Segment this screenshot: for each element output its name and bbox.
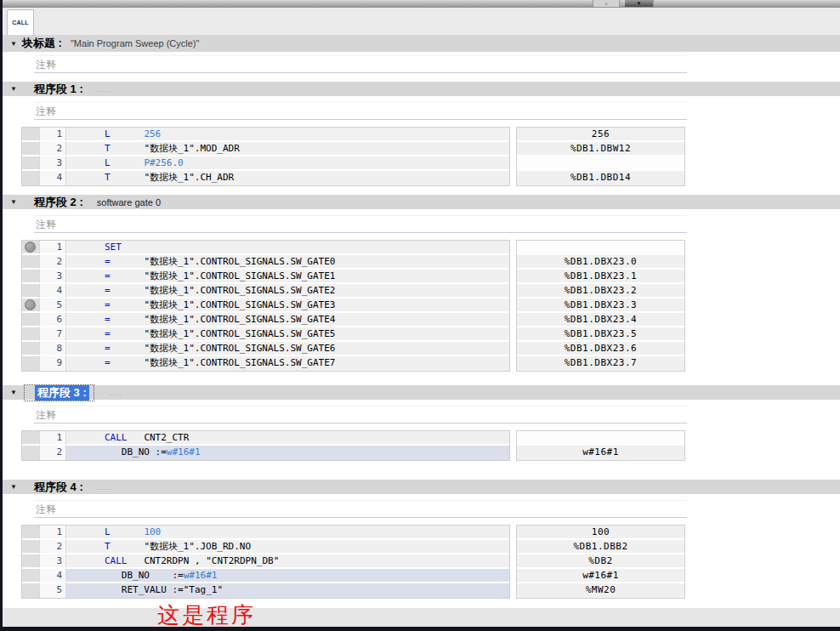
address-cell: %DB1.DBX23.7 <box>517 356 684 371</box>
code-cell[interactable]: DB_NO :=w#16#1 <box>66 446 509 460</box>
network-label[interactable]: 程序段 4 : <box>34 480 83 495</box>
code-line[interactable]: 2 DB_NO :=w#16#1 <box>22 446 509 460</box>
code-token: "数据块_1".MOD_ADR <box>144 143 239 154</box>
code-token <box>128 432 145 443</box>
code-cell[interactable]: RET_VALU :="Tag_1" <box>66 583 509 598</box>
code-cell[interactable]: = "数据块_1".CONTROL_SIGNALS.SW_GATE7 <box>66 356 509 371</box>
code-token <box>111 143 145 154</box>
network-title[interactable]: ..... <box>97 483 112 492</box>
status-dot-icon <box>25 299 36 310</box>
address-cell: w#16#1 <box>517 569 684 583</box>
code-cell[interactable]: = "数据块_1".CONTROL_SIGNALS.SW_GATE0 <box>66 255 509 268</box>
network-label-box[interactable]: 程序段 2 : <box>34 195 83 210</box>
code-cell[interactable]: = "数据块_1".CONTROL_SIGNALS.SW_GATE4 <box>66 313 509 326</box>
block-title-label: 块标题 : <box>22 36 62 51</box>
code-line[interactable]: 3CALL CNT2RDPN , "CNT2RDPN_DB" <box>22 554 509 569</box>
code-block: 1CALL CNT2_CTR2 DB_NO :=w#16#1 <box>21 430 510 461</box>
code-token: = <box>105 343 111 354</box>
network-comment-field[interactable]: 注释 <box>34 102 687 120</box>
network-comment-field[interactable]: 注释 <box>34 215 687 233</box>
code-token: = <box>105 299 111 310</box>
network-header[interactable]: ▼ 程序段 3 : ..... <box>3 385 840 400</box>
network-title[interactable]: ..... <box>97 85 112 94</box>
code-cell[interactable]: T "数据块_1".MOD_ADR <box>66 142 509 155</box>
code-line[interactable]: 4 DB_NO :=w#16#1 <box>22 569 509 583</box>
code-cell[interactable]: L P#256.0 <box>66 156 509 169</box>
network-label[interactable]: 程序段 2 : <box>34 195 83 210</box>
address-cell: %DB1.DBB2 <box>517 540 684 554</box>
code-cell[interactable]: L 256 <box>66 128 509 140</box>
collapse-triangle-icon[interactable]: ▼ <box>10 85 22 93</box>
address-cell <box>517 241 684 255</box>
code-token: CNT2_CTR <box>144 432 189 443</box>
code-line[interactable]: 1CALL CNT2_CTR <box>22 431 509 446</box>
code-line[interactable]: 2T "数据块_1".MOD_ADR <box>22 142 509 156</box>
collapse-triangle-icon[interactable]: ▼ <box>10 198 22 206</box>
code-token <box>111 541 145 552</box>
network-label[interactable]: 程序段 1 : <box>34 82 83 97</box>
code-token: "数据块_1".CONTROL_SIGNALS.SW_GATE6 <box>144 343 335 354</box>
scroll-up-button[interactable]: ▲ <box>593 0 620 7</box>
code-line[interactable]: 6= "数据块_1".CONTROL_SIGNALS.SW_GATE4 <box>22 313 509 327</box>
code-line[interactable]: 2= "数据块_1".CONTROL_SIGNALS.SW_GATE0 <box>22 255 509 270</box>
code-cell[interactable]: = "数据块_1".CONTROL_SIGNALS.SW_GATE1 <box>66 270 509 282</box>
code-cell[interactable]: CALL CNT2_CTR <box>66 431 509 444</box>
code-line[interactable]: 9= "数据块_1".CONTROL_SIGNALS.SW_GATE7 <box>22 356 509 371</box>
network-title[interactable]: ..... <box>108 389 123 397</box>
tab-call[interactable]: CALL <box>7 9 34 35</box>
code-cell[interactable]: = "数据块_1".CONTROL_SIGNALS.SW_GATE2 <box>66 284 509 297</box>
code-cell[interactable]: L 100 <box>66 526 509 538</box>
code-line[interactable]: 1SET <box>22 241 509 255</box>
collapse-triangle-icon[interactable]: ▼ <box>10 389 22 396</box>
line-gutter <box>22 313 39 326</box>
line-number: 4 <box>39 171 66 185</box>
code-cell[interactable]: SET <box>66 241 509 253</box>
line-number: 4 <box>39 284 66 297</box>
code-token: "数据块_1".CONTROL_SIGNALS.SW_GATE4 <box>144 314 335 325</box>
code-line[interactable]: 8= "数据块_1".CONTROL_SIGNALS.SW_GATE6 <box>22 342 509 356</box>
network-title[interactable]: software gate 0 <box>97 197 161 207</box>
code-line[interactable]: 7= "数据块_1".CONTROL_SIGNALS.SW_GATE5 <box>22 327 509 342</box>
code-line[interactable]: 3= "数据块_1".CONTROL_SIGNALS.SW_GATE1 <box>22 270 509 284</box>
code-line[interactable]: 3L P#256.0 <box>22 156 509 171</box>
code-cell[interactable]: T "数据块_1".JOB_RD.NO <box>66 540 509 553</box>
code-cell[interactable]: T "数据块_1".CH_ADR <box>66 171 509 185</box>
block-title-value[interactable]: "Main Program Sweep (Cycle)" <box>71 38 199 48</box>
code-line[interactable]: 4T "数据块_1".CH_ADR <box>22 171 509 185</box>
code-line[interactable]: 2T "数据块_1".JOB_RD.NO <box>22 540 509 554</box>
bottom-border <box>3 627 840 631</box>
collapse-triangle-icon[interactable]: ▼ <box>10 40 22 48</box>
code-cell[interactable]: = "数据块_1".CONTROL_SIGNALS.SW_GATE6 <box>66 342 509 355</box>
network-comment-field[interactable]: 注释 <box>34 406 687 424</box>
code-line[interactable]: 1L 100 <box>22 526 509 540</box>
network-header[interactable]: ▼ 程序段 4 : ..... <box>3 480 840 494</box>
block-comment-field[interactable]: 注释 <box>34 55 687 73</box>
network-header[interactable]: ▼ 程序段 2 : software gate 0 <box>3 195 840 209</box>
code-cell[interactable]: = "数据块_1".CONTROL_SIGNALS.SW_GATE3 <box>66 298 509 311</box>
code-token: "数据块_1".CONTROL_SIGNALS.SW_GATE7 <box>144 357 335 368</box>
code-cell[interactable]: DB_NO :=w#16#1 <box>66 569 509 582</box>
line-gutter <box>22 270 39 282</box>
collapse-triangle-icon[interactable]: ▼ <box>10 483 22 491</box>
address-column: w#16#1 <box>516 430 685 461</box>
network-label-box[interactable]: 程序段 3 : <box>24 384 94 401</box>
network-label-box[interactable]: 程序段 1 : <box>34 82 83 97</box>
code-token: T <box>105 143 111 154</box>
code-cell[interactable]: CALL CNT2RDPN , "CNT2RDPN_DB" <box>66 554 509 567</box>
code-line[interactable]: 1L 256 <box>22 128 509 142</box>
status-dot-icon <box>25 242 36 253</box>
line-gutter <box>22 569 39 582</box>
code-line[interactable]: 5= "数据块_1".CONTROL_SIGNALS.SW_GATE3 <box>22 298 509 313</box>
address-cell: %DB1.DBX23.0 <box>517 255 684 270</box>
address-column: %DB1.DBX23.0%DB1.DBX23.1%DB1.DBX23.2%DB1… <box>516 240 685 372</box>
network-label-box[interactable]: 程序段 4 : <box>34 480 83 495</box>
scroll-down-button[interactable]: ▼ <box>625 0 654 7</box>
code-line[interactable]: 4= "数据块_1".CONTROL_SIGNALS.SW_GATE2 <box>22 284 509 298</box>
network-header[interactable]: ▼ 程序段 1 : ..... <box>3 82 840 96</box>
network-label[interactable]: 程序段 3 : <box>35 385 89 401</box>
code-token: "数据块_1".CONTROL_SIGNALS.SW_GATE1 <box>144 270 335 281</box>
network-comment-field[interactable]: 注释 <box>34 500 687 518</box>
line-number: 2 <box>39 142 66 155</box>
code-line[interactable]: 5 RET_VALU :="Tag_1" <box>22 583 509 598</box>
code-cell[interactable]: = "数据块_1".CONTROL_SIGNALS.SW_GATE5 <box>66 327 509 340</box>
